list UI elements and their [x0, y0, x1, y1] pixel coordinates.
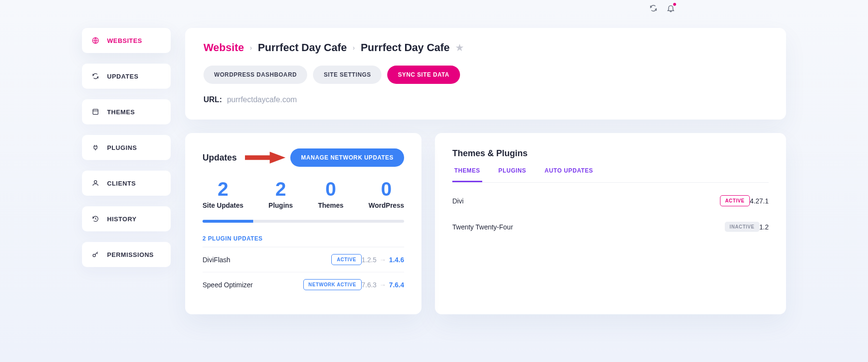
breadcrumb-last: Purrfect Day Cafe [361, 41, 450, 54]
bell-icon[interactable] [666, 4, 675, 13]
update-row: DiviFlash ACTIVE 1.2.5 → 1.4.6 [203, 247, 404, 272]
url-row: URL: purrfectdaycafe.com [203, 95, 768, 104]
sidebar-item-label: WEBSITES [107, 37, 142, 44]
theme-row: Divi ACTIVE 4.27.1 [452, 188, 769, 214]
updates-panel-title: Updates [203, 153, 237, 163]
layout-icon [92, 108, 99, 116]
themes-plugins-panel: Themes & Plugins THEMES PLUGINS AUTO UPD… [435, 133, 786, 314]
new-version: 1.4.6 [389, 256, 404, 264]
updates-panel: Updates MANAGE NETWORK UPDATES 2 Site Up… [185, 133, 421, 314]
theme-name: Divi [452, 197, 720, 205]
stat-site-updates: 2 Site Updates [203, 179, 244, 209]
url-value: purrfectdaycafe.com [227, 95, 297, 104]
sync-site-button[interactable]: SYNC SITE DATA [387, 66, 460, 84]
sidebar-item-label: UPDATES [107, 73, 138, 80]
breadcrumb-mid[interactable]: Purrfect Day Cafe [258, 41, 347, 54]
sidebar-item-plugins[interactable]: PLUGINS [82, 135, 171, 160]
annotation-arrow-icon [244, 151, 286, 164]
theme-version: 4.27.1 [750, 197, 769, 205]
svg-point-2 [94, 181, 96, 183]
tab-auto-updates[interactable]: AUTO UPDATES [542, 162, 595, 182]
history-icon [92, 215, 99, 223]
progress-bar [203, 220, 404, 223]
refresh-icon[interactable] [649, 4, 658, 13]
breadcrumb: Website › Purrfect Day Cafe › Purrfect D… [203, 41, 768, 54]
status-badge: NETWORK ACTIVE [303, 279, 362, 290]
old-version: 1.2.5 [362, 256, 377, 264]
sidebar-item-permissions[interactable]: PERMISSIONS [82, 242, 171, 267]
tab-plugins[interactable]: PLUGINS [497, 162, 529, 182]
stat-themes: 0 Themes [318, 179, 343, 209]
chevron-right-icon: › [353, 44, 355, 52]
key-icon [92, 251, 99, 258]
star-icon[interactable]: ★ [456, 42, 463, 53]
sidebar-item-themes[interactable]: THEMES [82, 99, 171, 124]
stat-wordpress: 0 WordPress [368, 179, 404, 209]
svg-marker-4 [245, 152, 285, 163]
status-badge: ACTIVE [720, 195, 750, 206]
sidebar-item-clients[interactable]: CLIENTS [82, 171, 171, 196]
sidebar-item-websites[interactable]: WEBSITES [82, 28, 171, 53]
refresh-icon [92, 72, 99, 80]
status-badge: ACTIVE [331, 254, 361, 265]
themes-panel-title: Themes & Plugins [452, 148, 769, 159]
user-icon [92, 179, 99, 187]
update-row: Speed Optimizer NETWORK ACTIVE 7.6.3 → 7… [203, 272, 404, 297]
old-version: 7.6.3 [362, 281, 377, 289]
theme-row: Twenty Twenty-Four INACTIVE 1.2 [452, 214, 769, 240]
sidebar: WEBSITES UPDATES THEMES PLUGINS CLIENTS … [82, 28, 171, 314]
chevron-right-icon: › [250, 44, 252, 52]
arrow-right-icon: → [380, 281, 386, 289]
sidebar-item-label: HISTORY [107, 215, 136, 223]
new-version: 7.6.4 [389, 281, 404, 289]
plugin-updates-subheader: 2 PLUGIN UPDATES [203, 235, 404, 247]
globe-icon [92, 37, 99, 44]
wp-dashboard-button[interactable]: WORDPRESS DASHBOARD [203, 66, 307, 84]
plugin-name: DiviFlash [203, 256, 331, 264]
stat-plugins: 2 Plugins [269, 179, 293, 209]
header-card: Website › Purrfect Day Cafe › Purrfect D… [185, 28, 786, 120]
sidebar-item-label: PERMISSIONS [107, 251, 154, 258]
svg-point-3 [93, 254, 95, 256]
breadcrumb-root[interactable]: Website [203, 41, 244, 54]
sidebar-item-updates[interactable]: UPDATES [82, 64, 171, 89]
theme-version: 1.2 [760, 223, 769, 231]
svg-rect-1 [93, 109, 98, 115]
sidebar-item-label: PLUGINS [107, 144, 137, 151]
site-settings-button[interactable]: SITE SETTINGS [313, 66, 381, 84]
status-badge: INACTIVE [725, 222, 759, 232]
plug-icon [92, 144, 99, 151]
tab-themes[interactable]: THEMES [452, 162, 482, 182]
theme-name: Twenty Twenty-Four [452, 223, 725, 231]
sidebar-item-history[interactable]: HISTORY [82, 206, 171, 231]
url-label: URL: [203, 95, 222, 104]
sidebar-item-label: CLIENTS [107, 180, 136, 187]
plugin-name: Speed Optimizer [203, 281, 303, 289]
arrow-right-icon: → [380, 256, 386, 264]
sidebar-item-label: THEMES [107, 108, 135, 116]
manage-network-updates-button[interactable]: MANAGE NETWORK UPDATES [290, 148, 404, 167]
